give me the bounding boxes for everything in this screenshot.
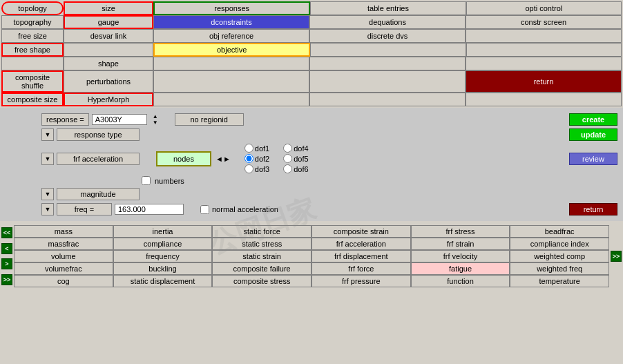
- dof4-radio[interactable]: dof4: [283, 144, 308, 153]
- table-entries-btn[interactable]: table entries: [310, 1, 466, 15]
- dof6-radio[interactable]: dof6: [283, 164, 308, 173]
- row6-empty1: [153, 70, 309, 93]
- cell-static-stress[interactable]: static stress: [212, 238, 312, 250]
- response-arrows[interactable]: ▲ ▼: [153, 113, 158, 126]
- dof2-radio[interactable]: dof2: [245, 154, 269, 163]
- response-type-arrow[interactable]: ▼: [41, 128, 54, 141]
- cell-fatigue[interactable]: fatigue: [411, 262, 510, 275]
- frf-arrow[interactable]: ▼: [41, 153, 54, 165]
- constr-screen-btn[interactable]: constr screen: [466, 15, 622, 29]
- scroll-right-fast[interactable]: >>: [1, 274, 12, 285]
- row6-empty2: [309, 70, 466, 93]
- normal-accel-checkbox[interactable]: [200, 205, 209, 214]
- cell-frf-force[interactable]: frf force: [312, 262, 411, 275]
- cell-compliance[interactable]: compliance: [113, 238, 213, 250]
- cell-inertia[interactable]: inertia: [113, 225, 213, 238]
- cell-frf-displacement[interactable]: frf displacement: [312, 250, 411, 262]
- cell-weighted-freq[interactable]: weighted freq: [510, 262, 609, 275]
- composite-shuffle-btn[interactable]: composite shuffle: [1, 70, 64, 93]
- freq-input[interactable]: [115, 204, 184, 215]
- hypermorph-btn[interactable]: HyperMorph: [64, 93, 153, 106]
- cell-frf-acceleration[interactable]: frf acceleration: [312, 238, 411, 250]
- cell-buckling[interactable]: buckling: [113, 262, 213, 275]
- row5-empty4: [466, 57, 622, 70]
- cell-frf-strain[interactable]: frf strain: [411, 238, 510, 250]
- cell-volume[interactable]: volume: [14, 250, 113, 262]
- topology-btn[interactable]: topology: [1, 1, 64, 15]
- review-btn[interactable]: review: [569, 153, 617, 165]
- cell-composite-strain[interactable]: composite strain: [312, 225, 411, 238]
- cell-composite-stress[interactable]: composite stress: [212, 275, 312, 287]
- nodes-field[interactable]: nodes: [156, 151, 211, 166]
- obj-reference-btn[interactable]: obj reference: [153, 29, 309, 43]
- cell-static-strain[interactable]: static strain: [212, 250, 312, 262]
- dof3-radio[interactable]: dof3: [245, 164, 269, 173]
- cell-beadfrac[interactable]: beadfrac: [510, 225, 609, 238]
- topography-btn[interactable]: topography: [1, 15, 64, 29]
- bottom-section: << < > >> mass inertia static force comp…: [0, 224, 623, 289]
- return-mid-btn[interactable]: return: [569, 203, 617, 215]
- row3-empty: [466, 29, 622, 43]
- numbers-row: numbers: [41, 176, 620, 185]
- cell-static-displacement[interactable]: static displacement: [113, 275, 213, 287]
- freq-label: freq =: [57, 203, 112, 215]
- cell-volumefrac[interactable]: volumefrac: [14, 262, 113, 275]
- cell-mass[interactable]: mass: [14, 225, 113, 238]
- freq-arrow[interactable]: ▼: [41, 203, 54, 215]
- row4-empty1: [64, 43, 153, 57]
- toolbar-section: topology size responses table entries op…: [0, 0, 623, 108]
- return-top-btn[interactable]: return: [466, 70, 622, 93]
- cell-weighted-comp[interactable]: weighted comp: [510, 250, 609, 262]
- cell-temperature[interactable]: temperature: [510, 275, 609, 287]
- composite-size-btn[interactable]: composite size: [1, 93, 64, 106]
- cell-static-force[interactable]: static force: [212, 225, 312, 238]
- nodes-nav[interactable]: ◄►: [215, 155, 231, 163]
- scroll-left-fast[interactable]: <<: [1, 227, 12, 238]
- cell-compliance-index[interactable]: compliance index: [510, 238, 609, 250]
- discrete-dvs-btn[interactable]: discrete dvs: [309, 29, 466, 43]
- cell-frf-velocity[interactable]: frf velocity: [411, 250, 510, 262]
- cell-function[interactable]: function: [411, 275, 510, 287]
- perturbations-btn[interactable]: perturbations: [64, 70, 153, 93]
- desvar-link-btn[interactable]: desvar link: [64, 29, 153, 43]
- dof1-radio[interactable]: dof1: [245, 144, 269, 153]
- bottom-table: << < > >> mass inertia static force comp…: [1, 225, 622, 287]
- cell-cog[interactable]: cog: [14, 275, 113, 287]
- row7-empty3: [466, 93, 622, 106]
- dof5-radio[interactable]: dof5: [283, 154, 308, 163]
- size-btn[interactable]: size: [64, 1, 153, 15]
- free-shape-btn[interactable]: free shape: [1, 43, 64, 57]
- cell-frf-stress[interactable]: frf stress: [411, 225, 510, 238]
- toolbar-row-2: topography gauge dconstraints dequations…: [1, 15, 622, 29]
- normal-accel-group: normal acceleration: [200, 205, 278, 214]
- opti-control-btn[interactable]: opti control: [466, 1, 622, 15]
- scroll-left[interactable]: <: [1, 243, 12, 254]
- dequations-btn[interactable]: dequations: [309, 15, 466, 29]
- numbers-checkbox[interactable]: [142, 176, 151, 185]
- response-row: response = ▲ ▼ no regionid create: [41, 113, 620, 126]
- create-btn[interactable]: create: [569, 113, 617, 126]
- magnitude-arrow[interactable]: ▼: [41, 188, 54, 200]
- row7-empty1: [153, 93, 309, 106]
- response-input[interactable]: [92, 114, 147, 125]
- toolbar-row-7: composite size HyperMorph: [1, 93, 622, 106]
- cell-massfrac[interactable]: massfrac: [14, 238, 113, 250]
- row5-empty2: [153, 57, 309, 70]
- response-label: response =: [41, 113, 89, 126]
- right-scroll-btns: >>: [611, 225, 622, 287]
- cell-composite-failure[interactable]: composite failure: [212, 262, 312, 275]
- response-type-label: response type: [57, 128, 140, 141]
- row4-empty3: [466, 43, 622, 57]
- responses-btn[interactable]: responses: [153, 1, 310, 15]
- update-btn[interactable]: update: [569, 128, 617, 141]
- objective-btn[interactable]: objective: [153, 43, 310, 57]
- gauge-btn[interactable]: gauge: [64, 15, 153, 29]
- cell-frf-pressure[interactable]: frf pressure: [312, 275, 411, 287]
- dconstraints-btn[interactable]: dconstraints: [153, 15, 309, 29]
- cell-frequency[interactable]: frequency: [113, 250, 213, 262]
- scroll-right[interactable]: >: [1, 258, 12, 269]
- scroll-right2-fast[interactable]: >>: [611, 251, 622, 262]
- free-size-btn[interactable]: free size: [1, 29, 64, 43]
- response-type-row: ▼ response type update: [41, 128, 620, 141]
- shape-btn[interactable]: shape: [64, 57, 153, 70]
